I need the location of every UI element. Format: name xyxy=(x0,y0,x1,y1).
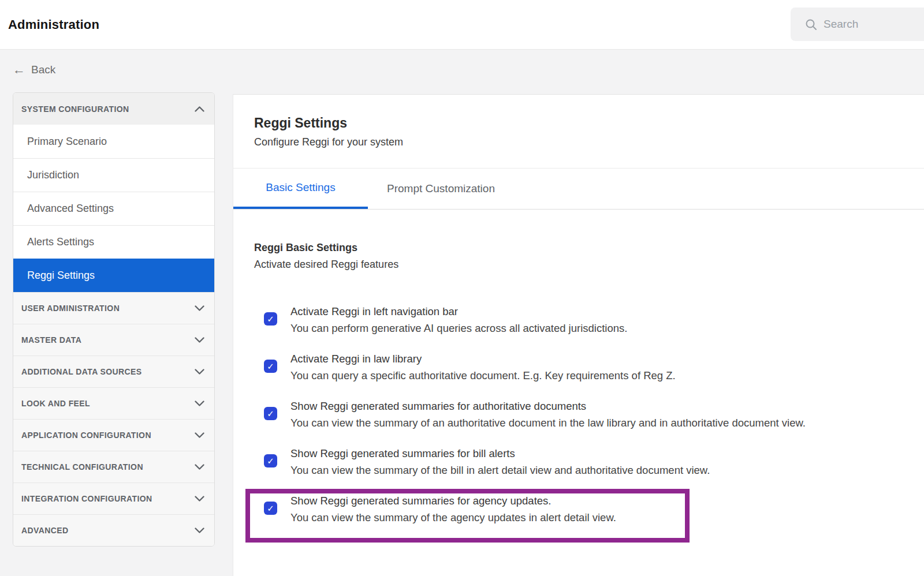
sidebar-item-primary-scenario[interactable]: Primary Scenario xyxy=(13,125,214,158)
sidebar-section-label: INTEGRATION CONFIGURATION xyxy=(21,494,152,503)
setting-text: Show Reggi generated summaries for autho… xyxy=(290,398,806,431)
sidebar-section-label: ADVANCED xyxy=(21,526,69,535)
checkbox-checked[interactable]: ✓ xyxy=(264,407,277,420)
setting-text: Activate Reggi in left navigation bar Yo… xyxy=(290,303,627,336)
sidebar-section-label: SYSTEM CONFIGURATION xyxy=(21,104,129,114)
setting-title: Show Reggi generated summaries for agenc… xyxy=(290,492,616,509)
sidebar-section-integration-configuration[interactable]: INTEGRATION CONFIGURATION xyxy=(13,483,214,514)
sidebar-section-user-administration[interactable]: USER ADMINISTRATION xyxy=(13,292,214,324)
tab-label: Basic Settings xyxy=(266,181,335,194)
sidebar-section-technical-configuration[interactable]: TECHNICAL CONFIGURATION xyxy=(13,451,214,483)
checkbox-checked[interactable]: ✓ xyxy=(264,312,277,326)
reggi-settings-panel: Reggi Settings Configure Reggi for your … xyxy=(233,94,924,576)
sidebar-section-system-configuration[interactable]: SYSTEM CONFIGURATION xyxy=(13,93,214,125)
page-title: Administration xyxy=(8,17,99,32)
panel-title: Reggi Settings xyxy=(254,115,903,131)
sidebar-section-label: MASTER DATA xyxy=(21,335,81,345)
setting-title: Show Reggi generated summaries for bill … xyxy=(290,445,710,462)
setting-row-agency-updates: ✓ Show Reggi generated summaries for age… xyxy=(264,492,616,526)
tab-prompt-customization[interactable]: Prompt Customization xyxy=(368,169,514,209)
arrow-left-icon: ← xyxy=(13,63,25,76)
checkbox-checked[interactable]: ✓ xyxy=(264,360,277,373)
panel-subtitle: Configure Reggi for your system xyxy=(254,136,903,148)
sidebar-section-application-configuration[interactable]: APPLICATION CONFIGURATION xyxy=(13,419,214,451)
sidebar-section-master-data[interactable]: MASTER DATA xyxy=(13,324,214,356)
search-input[interactable]: Search xyxy=(791,8,924,41)
chevron-down-icon xyxy=(195,305,204,311)
chevron-down-icon xyxy=(195,432,204,438)
setting-title: Activate Reggi in law library xyxy=(290,350,676,367)
top-bar: Administration Search xyxy=(0,0,924,50)
back-button[interactable]: ← Back xyxy=(13,62,55,78)
tab-basic-settings[interactable]: Basic Settings xyxy=(233,169,368,209)
setting-description: You can perform generative AI queries ac… xyxy=(290,320,627,336)
sidebar-item-alerts-settings[interactable]: Alerts Settings xyxy=(13,225,214,259)
chevron-down-icon xyxy=(195,369,204,375)
setting-description: You can view the summary of an authorita… xyxy=(290,414,806,431)
setting-row-left-navigation: ✓ Activate Reggi in left navigation bar … xyxy=(264,303,627,336)
chevron-down-icon xyxy=(195,464,204,470)
sidebar-item-label: Advanced Settings xyxy=(27,203,114,215)
settings-tab-bar: Basic Settings Prompt Customization xyxy=(233,169,924,210)
settings-list: ✓ Activate Reggi in left navigation bar … xyxy=(264,303,924,526)
setting-text: Activate Reggi in law library You can qu… xyxy=(290,350,676,384)
sidebar-section-label: TECHNICAL CONFIGURATION xyxy=(21,462,143,472)
sidebar-section-look-and-feel[interactable]: LOOK AND FEEL xyxy=(13,387,214,419)
sidebar-section-label: ADDITIONAL DATA SOURCES xyxy=(21,367,142,376)
sidebar-item-advanced-settings[interactable]: Advanced Settings xyxy=(13,192,214,225)
sidebar-item-label: Reggi Settings xyxy=(27,270,95,282)
settings-sidebar: SYSTEM CONFIGURATION Primary Scenario Ju… xyxy=(13,92,215,547)
setting-row-law-library: ✓ Activate Reggi in law library You can … xyxy=(264,350,676,384)
setting-description: You can query a specific authoritative d… xyxy=(290,367,676,384)
tab-label: Prompt Customization xyxy=(387,182,495,195)
setting-text: Show Reggi generated summaries for agenc… xyxy=(290,492,616,526)
checkbox-checked[interactable]: ✓ xyxy=(264,502,277,515)
setting-text: Show Reggi generated summaries for bill … xyxy=(290,445,710,478)
chevron-down-icon xyxy=(195,401,204,406)
basic-settings-content: Reggi Basic Settings Activate desired Re… xyxy=(233,210,924,526)
sidebar-section-label: USER ADMINISTRATION xyxy=(21,304,120,313)
chevron-down-icon xyxy=(195,528,204,533)
setting-row-authoritative-documents: ✓ Show Reggi generated summaries for aut… xyxy=(264,398,806,431)
chevron-up-icon xyxy=(195,106,204,112)
setting-row-bill-alerts: ✓ Show Reggi generated summaries for bil… xyxy=(264,445,710,478)
sidebar-item-jurisdiction[interactable]: Jurisdiction xyxy=(13,158,214,192)
panel-header: Reggi Settings Configure Reggi for your … xyxy=(233,95,924,169)
sidebar-section-label: APPLICATION CONFIGURATION xyxy=(21,431,151,440)
sidebar-section-advanced[interactable]: ADVANCED xyxy=(13,514,214,546)
sidebar-item-label: Jurisdiction xyxy=(27,169,79,181)
setting-description: You can view the summary of the agency u… xyxy=(290,509,616,526)
sidebar-section-additional-data-sources[interactable]: ADDITIONAL DATA SOURCES xyxy=(13,356,214,387)
sidebar-item-label: Alerts Settings xyxy=(27,236,94,248)
back-label: Back xyxy=(31,63,55,76)
sidebar-item-reggi-settings[interactable]: Reggi Settings xyxy=(13,259,214,292)
search-icon xyxy=(805,18,817,31)
section-title: Reggi Basic Settings xyxy=(254,242,924,254)
setting-title: Activate Reggi in left navigation bar xyxy=(290,303,627,320)
search-placeholder: Search xyxy=(824,18,858,31)
sidebar-section-label: LOOK AND FEEL xyxy=(21,399,90,408)
chevron-down-icon xyxy=(195,496,204,502)
sidebar-item-label: Primary Scenario xyxy=(27,136,107,148)
chevron-down-icon xyxy=(195,337,204,343)
checkbox-checked[interactable]: ✓ xyxy=(264,454,277,467)
section-subtitle: Activate desired Reggi features xyxy=(254,259,924,271)
setting-description: You can view the summary of the bill in … xyxy=(290,462,710,478)
setting-title: Show Reggi generated summaries for autho… xyxy=(290,398,806,414)
